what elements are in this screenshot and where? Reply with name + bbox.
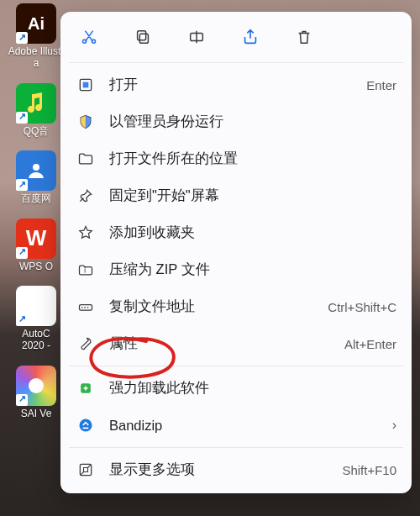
tile-text: A	[30, 296, 42, 315]
open-icon	[76, 75, 96, 95]
menu-item-force-uninstall[interactable]: 强力卸载此软件	[66, 370, 407, 407]
pin-icon	[76, 186, 96, 206]
tile-text: W	[26, 225, 47, 251]
wrench-icon	[76, 334, 96, 354]
menu-item-label: Bandizip	[109, 418, 386, 434]
bandizip-icon	[76, 415, 96, 435]
desktop-icon-label: AutoC 2020 -	[22, 328, 50, 352]
desktop-icon-label: QQ音	[24, 125, 50, 137]
menu-item-show-more[interactable]: 显示更多选项 Shift+F10	[66, 451, 407, 488]
uninstall-icon	[76, 378, 96, 398]
desktop-icon-label: SAI Ve	[21, 408, 52, 419]
delete-button[interactable]	[289, 24, 319, 50]
star-icon	[76, 223, 96, 243]
app-tile: Ai	[16, 3, 56, 44]
app-tile	[16, 83, 56, 124]
menu-item-copy-path[interactable]: 复制文件地址 Ctrl+Shift+C	[66, 288, 407, 325]
menu-item-label: 压缩为 ZIP 文件	[109, 261, 396, 279]
menu-item-shortcut: Ctrl+Shift+C	[328, 300, 396, 314]
share-icon	[241, 28, 260, 46]
chevron-right-icon: ›	[392, 418, 396, 433]
svg-rect-2	[138, 31, 146, 40]
shortcut-badge-icon	[16, 394, 28, 406]
app-tile: W	[16, 219, 56, 259]
menu-item-bandizip[interactable]: Bandizip ›	[66, 407, 407, 444]
shortcut-badge-icon	[16, 247, 28, 259]
zip-icon	[76, 260, 96, 280]
separator	[69, 447, 403, 448]
menu-item-label: 固定到"开始"屏幕	[109, 187, 396, 205]
desktop-icon-baidu-netdisk[interactable]: 百度网	[7, 150, 66, 204]
desktop-icon-label: 百度网	[21, 192, 51, 204]
menu-item-pin-start[interactable]: 固定到"开始"屏幕	[66, 177, 407, 214]
desktop-icon-sai[interactable]: SAI Ve	[7, 366, 66, 419]
shortcut-badge-icon	[16, 179, 28, 191]
desktop-icon-wps-office[interactable]: W WPS O	[7, 219, 66, 272]
menu-item-open-location[interactable]: 打开文件所在的位置	[66, 140, 407, 177]
desktop-icon-adobe-illustrator[interactable]: Ai Adobe Illustra	[7, 3, 66, 70]
tile-text: Ai	[28, 14, 45, 34]
rename-button[interactable]	[181, 24, 212, 50]
svg-rect-1	[139, 34, 148, 43]
path-icon	[76, 297, 96, 317]
more-icon	[76, 460, 96, 480]
app-tile: A	[16, 286, 56, 326]
cut-icon	[80, 28, 98, 46]
context-menu-top-actions	[66, 17, 407, 59]
menu-item-label: 添加到收藏夹	[109, 224, 396, 242]
desktop-icon-qq-music[interactable]: QQ音	[7, 83, 66, 137]
app-tile	[16, 150, 56, 191]
menu-item-label: 打开文件所在的位置	[109, 150, 396, 168]
separator	[69, 62, 403, 63]
menu-item-shortcut: Enter	[366, 78, 396, 92]
menu-item-properties[interactable]: 属性 Alt+Enter	[66, 325, 407, 362]
separator	[69, 366, 403, 366]
menu-item-label: 属性	[109, 334, 344, 353]
menu-item-label: 打开	[109, 76, 366, 94]
menu-item-label: 显示更多选项	[109, 461, 342, 479]
copy-icon	[134, 28, 152, 46]
menu-item-shortcut: Alt+Enter	[344, 337, 396, 351]
svg-rect-5	[83, 82, 89, 88]
menu-item-label: 复制文件地址	[109, 297, 328, 316]
shortcut-badge-icon	[16, 314, 28, 326]
cut-button[interactable]	[74, 24, 104, 50]
context-menu: 打开 Enter 以管理员身份运行 打开文件所在的位置 固定到"开始"屏幕 添加…	[60, 12, 412, 493]
menu-item-compress-zip[interactable]: 压缩为 ZIP 文件	[66, 251, 407, 288]
menu-item-open[interactable]: 打开 Enter	[66, 66, 407, 103]
menu-item-label: 以管理员身份运行	[109, 113, 396, 131]
desktop-icon-autocad[interactable]: A AutoC 2020 -	[7, 286, 66, 352]
folder-icon	[76, 149, 96, 169]
desktop-icons-column: Ai Adobe Illustra QQ音 百度网 W WPS O A Auto…	[7, 3, 66, 419]
svg-point-0	[33, 164, 39, 171]
shortcut-badge-icon	[16, 32, 28, 44]
menu-item-label: 强力卸载此软件	[109, 379, 396, 398]
menu-item-shortcut: Shift+F10	[342, 463, 396, 477]
app-tile	[16, 366, 56, 406]
menu-item-add-favorites[interactable]: 添加到收藏夹	[66, 214, 407, 251]
menu-item-run-as-admin[interactable]: 以管理员身份运行	[66, 103, 407, 140]
shield-icon	[76, 112, 96, 132]
desktop-icon-label: WPS O	[19, 261, 53, 272]
svg-point-8	[80, 419, 92, 432]
copy-button[interactable]	[128, 24, 158, 50]
desktop-icon-label: Adobe Illustra	[7, 45, 66, 70]
share-button[interactable]	[235, 24, 265, 50]
delete-icon	[295, 28, 313, 46]
shortcut-badge-icon	[16, 112, 28, 124]
rename-icon	[187, 28, 206, 46]
